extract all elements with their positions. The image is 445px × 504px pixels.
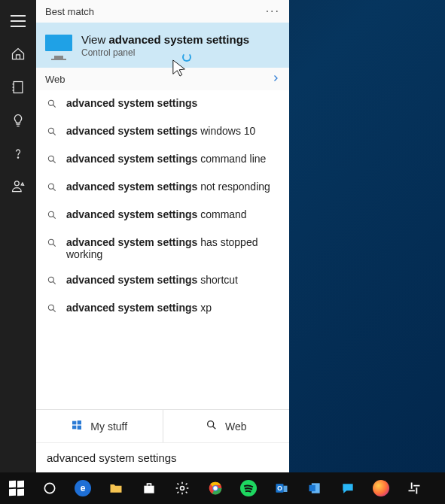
cortana-sidebar-rail xyxy=(0,0,36,472)
web-result-text: advanced system settings windows 10 xyxy=(66,125,255,137)
best-match-text: View advanced system settings Control pa… xyxy=(81,33,249,58)
svg-rect-0 xyxy=(14,82,23,93)
scope-my-stuff-label: My stuff xyxy=(90,421,127,433)
chevron-right-icon xyxy=(271,74,280,85)
web-result-text: advanced system settings command xyxy=(66,208,247,220)
search-icon xyxy=(47,126,59,139)
firefox-browser[interactable] xyxy=(364,472,398,504)
scope-my-stuff[interactable]: My stuff xyxy=(36,410,163,442)
search-icon xyxy=(47,210,59,223)
web-header[interactable]: Web xyxy=(36,68,289,90)
search-icon xyxy=(47,154,59,167)
settings[interactable] xyxy=(166,472,199,504)
slack[interactable] xyxy=(398,472,431,504)
hamburger-menu-icon[interactable] xyxy=(0,5,36,38)
svg-point-4 xyxy=(48,128,53,133)
search-icon xyxy=(206,419,218,433)
more-options-icon[interactable]: ··· xyxy=(266,5,280,18)
edge-browser[interactable]: e xyxy=(66,472,99,504)
start-button[interactable] xyxy=(0,472,33,504)
best-match-subtitle: Control panel xyxy=(81,47,249,58)
home-icon[interactable] xyxy=(0,38,36,71)
search-icon xyxy=(47,99,59,111)
web-result-text: advanced system settings xyxy=(66,97,197,109)
web-result-item[interactable]: advanced system settings has stopped wor… xyxy=(36,229,289,267)
best-match-item[interactable]: View advanced system settings Control pa… xyxy=(36,23,289,68)
svg-point-5 xyxy=(48,156,53,161)
web-result-text: advanced system settings has stopped wor… xyxy=(66,236,279,260)
web-result-text: advanced system settings xp xyxy=(66,302,212,314)
outlook[interactable]: O xyxy=(265,472,298,504)
svg-point-10 xyxy=(48,305,53,310)
system-settings-icon xyxy=(45,35,72,56)
help-question-icon[interactable] xyxy=(0,137,36,170)
svg-point-6 xyxy=(48,184,53,189)
feedback-person-icon[interactable] xyxy=(0,170,36,203)
file-explorer[interactable] xyxy=(99,472,133,504)
cortana-button[interactable] xyxy=(33,472,66,504)
search-icon xyxy=(47,275,59,288)
svg-point-2 xyxy=(14,181,19,186)
svg-text:O: O xyxy=(277,484,282,492)
web-result-item[interactable]: advanced system settings not responding xyxy=(36,174,289,202)
search-input[interactable] xyxy=(47,451,279,464)
notebook-icon[interactable] xyxy=(0,71,36,104)
svg-point-17 xyxy=(181,487,184,490)
search-results-pane: Best match ··· View advanced system sett… xyxy=(36,0,289,442)
web-result-item[interactable]: advanced system settings xp xyxy=(36,295,289,323)
web-header-label: Web xyxy=(45,74,66,85)
windows-mini-icon xyxy=(71,419,83,433)
desktop-root: Best match ··· View advanced system sett… xyxy=(0,0,445,504)
svg-rect-14 xyxy=(78,426,81,430)
svg-point-7 xyxy=(48,211,53,217)
scope-bar: My stuff Web xyxy=(36,409,289,442)
web-result-item[interactable]: advanced system settings windows 10 xyxy=(36,118,289,146)
svg-point-8 xyxy=(48,239,53,244)
svg-rect-12 xyxy=(78,421,81,424)
search-icon xyxy=(47,182,59,195)
web-result-item[interactable]: advanced system settings shortcut xyxy=(36,267,289,295)
taskbar: e O xyxy=(0,472,445,504)
scope-web-label: Web xyxy=(225,421,247,433)
search-icon xyxy=(47,238,59,250)
best-match-title-prefix: View xyxy=(81,33,108,46)
svg-rect-11 xyxy=(72,421,76,425)
spotify[interactable] xyxy=(232,472,265,504)
chrome-browser[interactable] xyxy=(199,472,232,504)
suggestion-bulb-icon[interactable] xyxy=(0,104,36,137)
teams-chat[interactable] xyxy=(331,472,364,504)
svg-point-1 xyxy=(17,157,18,158)
search-input-container[interactable] xyxy=(36,442,289,472)
web-result-item[interactable]: advanced system settings command xyxy=(36,202,289,229)
svg-point-20 xyxy=(213,486,217,490)
web-result-text: advanced system settings not responding xyxy=(66,181,270,193)
svg-point-16 xyxy=(44,483,54,493)
store[interactable] xyxy=(133,472,166,504)
best-match-title-bold: advanced system settings xyxy=(108,33,249,46)
svg-point-15 xyxy=(208,421,214,427)
svg-point-9 xyxy=(48,277,53,282)
search-icon xyxy=(47,303,59,316)
svg-point-3 xyxy=(48,100,53,105)
web-result-item[interactable]: advanced system settings xyxy=(36,90,289,118)
web-result-text: advanced system settings shortcut xyxy=(66,274,238,286)
web-result-item[interactable]: advanced system settings command line xyxy=(36,146,289,174)
onenote[interactable] xyxy=(298,472,331,504)
best-match-header-label: Best match xyxy=(45,6,94,17)
best-match-header: Best match ··· xyxy=(36,0,289,23)
web-results-list: advanced system settingsadvanced system … xyxy=(36,90,289,409)
web-result-text: advanced system settings command line xyxy=(66,153,266,165)
svg-rect-24 xyxy=(309,485,315,491)
svg-rect-13 xyxy=(72,426,76,430)
scope-web[interactable]: Web xyxy=(163,410,290,442)
